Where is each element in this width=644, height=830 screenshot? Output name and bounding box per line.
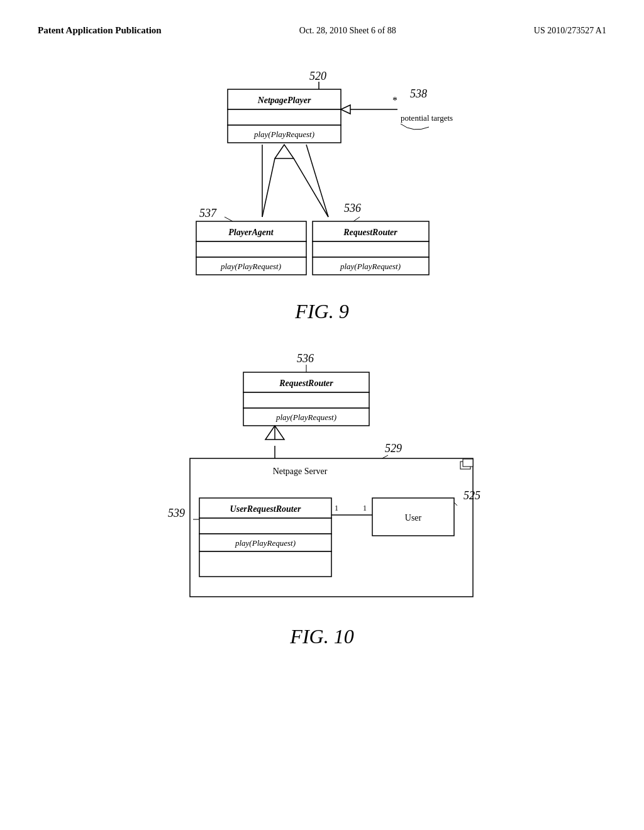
fig10-svg: 536 RequestRouter play(PlayRequest) 529 … xyxy=(127,348,517,612)
header-center: Oct. 28, 2010 Sheet 6 of 88 xyxy=(299,26,396,36)
header-right: US 2010/273527 A1 xyxy=(534,26,606,36)
fig9-potential-targets: potential targets xyxy=(401,113,453,123)
header-left: Patent Application Publication xyxy=(38,25,162,36)
fig9-ref-line-537 xyxy=(225,217,233,221)
fig9-inherit-line-right xyxy=(306,145,328,217)
playeragent-title: PlayerAgent xyxy=(228,228,274,237)
netpageplayer-empty xyxy=(228,109,341,125)
fig9-line-to-router xyxy=(294,158,328,217)
netpageserver-icon2 xyxy=(463,459,473,467)
playeragent-method: play(PlayRequest) xyxy=(220,262,281,271)
fig9-label: FIG. 9 xyxy=(38,300,606,323)
fig9-line-to-player xyxy=(262,158,275,217)
fig9-ref-line-536 xyxy=(353,217,360,221)
userrequestrouter-empty xyxy=(199,518,331,534)
fig10-ref-529: 529 xyxy=(385,442,402,455)
fig9-diagram: 520 NetpagePlayer play(PlayRequest) * 53… xyxy=(127,61,517,287)
requestrouter-title-fig9: RequestRouter xyxy=(343,228,397,237)
page: Patent Application Publication Oct. 28, … xyxy=(0,0,644,830)
user-label: User xyxy=(405,513,422,523)
requestrouter-empty-fig9 xyxy=(313,241,429,257)
requestrouter-method-text-fig10: play(PlayRequest) xyxy=(275,412,336,422)
userrequestrouter-bottom xyxy=(199,551,331,577)
requestrouter-label-fig10: RequestRouter xyxy=(279,379,333,388)
netpageplayer-method: play(PlayRequest) xyxy=(253,130,314,139)
fig9-ref-536: 536 xyxy=(344,202,361,214)
fig10-ref-525: 525 xyxy=(464,489,480,502)
fig9-ref-537: 537 xyxy=(199,207,217,219)
fig9-ref-538: 538 xyxy=(410,87,427,100)
fig10-mult-1b: 1 xyxy=(363,504,367,512)
fig9-asterisk: * xyxy=(392,95,397,106)
fig9-arrow-head xyxy=(341,105,350,114)
userrequestrouter-title: UserRequestRouter xyxy=(230,504,301,514)
fig9-ref-520: 520 xyxy=(309,70,326,82)
page-header: Patent Application Publication Oct. 28, … xyxy=(38,25,606,36)
fig10-mult-1a: 1 xyxy=(335,504,338,512)
netpageplayer-title: NetpagePlayer xyxy=(257,96,311,105)
playeragent-empty xyxy=(196,241,306,257)
requestrouter-empty-fig10 xyxy=(243,392,369,408)
fig9-curve xyxy=(401,124,429,130)
fig9-triangle-arrow xyxy=(275,145,294,158)
fig9-svg: 520 NetpagePlayer play(PlayRequest) * 53… xyxy=(127,61,517,287)
fig10-ref-539: 539 xyxy=(168,507,185,519)
fig10-ref-536: 536 xyxy=(297,352,314,365)
requestrouter-method-fig9: play(PlayRequest) xyxy=(340,262,401,271)
userrequestrouter-method: play(PlayRequest) xyxy=(235,538,296,548)
fig10-label: FIG. 10 xyxy=(38,625,606,648)
netpageserver-label: Netpage Server xyxy=(273,467,328,476)
fig10-diagram: 536 RequestRouter play(PlayRequest) 529 … xyxy=(127,348,517,612)
